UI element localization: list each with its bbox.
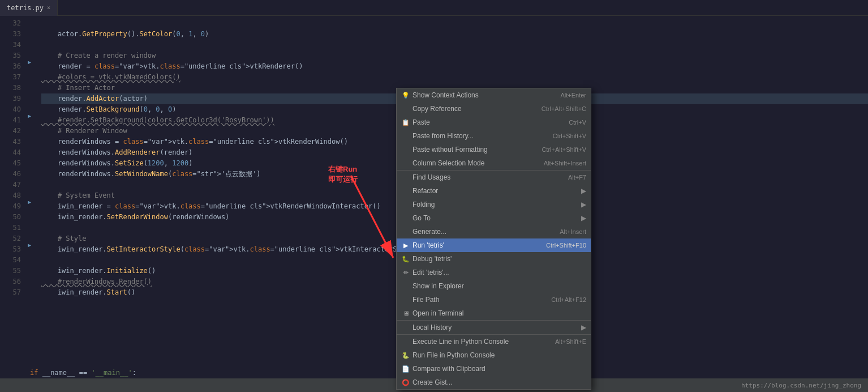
line-number: 44 <box>0 147 21 158</box>
menu-item-column-selection-mode[interactable]: Column Selection ModeAlt+Shift+Insert <box>397 156 591 170</box>
line-number: 48 <box>0 190 21 201</box>
code-line <box>41 40 868 50</box>
file-path-label: File Path <box>412 296 540 304</box>
code-line <box>41 18 868 29</box>
column-selection-mode-shortcut: Alt+Shift+Insert <box>544 160 586 167</box>
line-number: 45 <box>0 158 21 169</box>
show-in-explorer-label: Show in Explorer <box>412 282 586 290</box>
code-line: render = class="var">vtk.class="underlin… <box>41 61 868 72</box>
open-in-terminal-icon: 🖥 <box>401 310 410 317</box>
debug-tetris-icon: 🐛 <box>401 255 410 263</box>
code-line: #colors = vtk.vtkNamedColors() <box>41 72 868 83</box>
line-number: 37 <box>0 72 21 83</box>
go-to-label: Go To <box>412 214 579 222</box>
show-context-actions-icon: 💡 <box>401 92 410 99</box>
create-gist-icon: ⭕ <box>401 379 410 386</box>
local-history-label: Local History <box>412 323 579 331</box>
gutter-icon-49: ▶ <box>28 199 31 205</box>
footer-code: if __name__ == '__main__': <box>30 369 136 377</box>
menu-item-generate[interactable]: Generate...Alt+Insert <box>397 225 591 238</box>
menu-item-compare-clipboard[interactable]: 📄Compare with Clipboard <box>397 362 591 376</box>
create-gist-label: Create Gist... <box>412 378 586 386</box>
line-number: 35 <box>0 50 21 61</box>
menu-item-find-usages[interactable]: Find UsagesAlt+F7 <box>397 171 591 184</box>
menu-item-create-gist[interactable]: ⭕Create Gist... <box>397 376 591 389</box>
line-number: 53 <box>0 244 21 255</box>
line-number: 47 <box>0 180 21 190</box>
menu-item-run-tetris[interactable]: ▶Run 'tetris'Ctrl+Shift+F10 <box>397 238 591 252</box>
menu-item-execute-line[interactable]: Execute Line in Python ConsoleAlt+Shift+… <box>397 335 591 348</box>
edit-tetris-icon: ✏ <box>401 269 410 276</box>
go-to-arrow: ▶ <box>581 214 586 222</box>
menu-item-folding[interactable]: Folding▶ <box>397 198 591 211</box>
line-number: 38 <box>0 83 21 93</box>
menu-item-run-file-python[interactable]: 🐍Run File in Python Console <box>397 348 591 362</box>
tab-bar: tetris.py × <box>0 0 868 16</box>
folding-arrow: ▶ <box>581 201 586 208</box>
paste-from-history-shortcut: Ctrl+Shift+V <box>553 133 586 139</box>
execute-line-label: Execute Line in Python Console <box>412 338 544 346</box>
column-selection-mode-label: Column Selection Mode <box>412 159 532 167</box>
menu-item-go-to[interactable]: Go To▶ <box>397 211 591 225</box>
refactor-label: Refactor <box>412 187 579 195</box>
generate-label: Generate... <box>412 228 548 236</box>
line-number: 50 <box>0 212 21 223</box>
run-tetris-shortcut: Ctrl+Shift+F10 <box>546 242 586 249</box>
code-line: # Create a render window <box>41 50 868 61</box>
menu-item-open-in-terminal[interactable]: 🖥Open in Terminal <box>397 306 591 320</box>
run-file-python-label: Run File in Python Console <box>412 351 586 359</box>
line-number: 33 <box>0 29 21 40</box>
status-url: https://blog.csdn.net/jing_zhong <box>741 382 861 389</box>
menu-item-paste-without-formatting[interactable]: Paste without FormattingCtrl+Alt+Shift+V <box>397 143 591 156</box>
gutter-icon-40: ▶ <box>28 113 31 119</box>
generate-shortcut: Alt+Insert <box>560 228 586 235</box>
run-tetris-icon: ▶ <box>401 242 410 249</box>
line-numbers: 3233343536373839404142434445464748495051… <box>0 16 25 378</box>
menu-item-edit-tetris[interactable]: ✏Edit 'tetris'... <box>397 266 591 279</box>
line-number: 34 <box>0 40 21 50</box>
paste-shortcut: Ctrl+V <box>569 119 586 126</box>
line-number: 57 <box>0 287 21 298</box>
line-number: 32 <box>0 18 21 29</box>
open-in-terminal-label: Open in Terminal <box>412 309 586 317</box>
file-path-shortcut: Ctrl+Alt+F12 <box>551 296 586 303</box>
menu-item-show-in-explorer[interactable]: Show in Explorer <box>397 279 591 293</box>
compare-clipboard-label: Compare with Clipboard <box>412 365 586 373</box>
find-usages-shortcut: Alt+F7 <box>568 174 586 181</box>
line-number: 54 <box>0 255 21 266</box>
copy-reference-shortcut: Ctrl+Alt+Shift+C <box>542 105 586 112</box>
menu-item-file-path[interactable]: File PathCtrl+Alt+F12 <box>397 293 591 306</box>
gutter-icon-36: ▶ <box>28 59 31 65</box>
menu-item-local-history[interactable]: Local History▶ <box>397 321 591 334</box>
local-history-arrow: ▶ <box>581 323 586 331</box>
tab-close-button[interactable]: × <box>47 5 50 11</box>
menu-item-paste-from-history[interactable]: Paste from History...Ctrl+Shift+V <box>397 129 591 143</box>
show-context-actions-label: Show Context Actions <box>412 91 549 99</box>
paste-from-history-label: Paste from History... <box>412 132 542 140</box>
find-usages-label: Find Usages <box>412 173 557 181</box>
line-number: 52 <box>0 233 21 244</box>
line-number: 42 <box>0 126 21 137</box>
menu-item-paste[interactable]: 📋PasteCtrl+V <box>397 116 591 129</box>
line-number: 56 <box>0 276 21 287</box>
tab-label: tetris.py <box>7 4 44 12</box>
paste-without-formatting-shortcut: Ctrl+Alt+Shift+V <box>542 146 586 153</box>
execute-line-shortcut: Alt+Shift+E <box>555 338 586 345</box>
line-number: 40 <box>0 104 21 115</box>
context-menu: 💡Show Context ActionsAlt+EnterCopy Refer… <box>396 88 591 390</box>
line-number: 51 <box>0 223 21 233</box>
line-number: 55 <box>0 266 21 276</box>
line-number: 49 <box>0 201 21 212</box>
menu-item-copy-reference[interactable]: Copy ReferenceCtrl+Alt+Shift+C <box>397 102 591 116</box>
paste-label: Paste <box>412 118 557 126</box>
menu-item-refactor[interactable]: Refactor▶ <box>397 184 591 198</box>
line-number: 46 <box>0 169 21 180</box>
menu-item-debug-tetris[interactable]: 🐛Debug 'tetris' <box>397 252 591 266</box>
paste-icon: 📋 <box>401 119 410 126</box>
line-number: 39 <box>0 93 21 104</box>
menu-item-show-context-actions[interactable]: 💡Show Context ActionsAlt+Enter <box>397 88 591 102</box>
gutter-icon-52: ▶ <box>28 242 31 248</box>
tab-tetris[interactable]: tetris.py × <box>0 0 58 16</box>
edit-tetris-label: Edit 'tetris'... <box>412 269 586 276</box>
line-number: 41 <box>0 115 21 126</box>
